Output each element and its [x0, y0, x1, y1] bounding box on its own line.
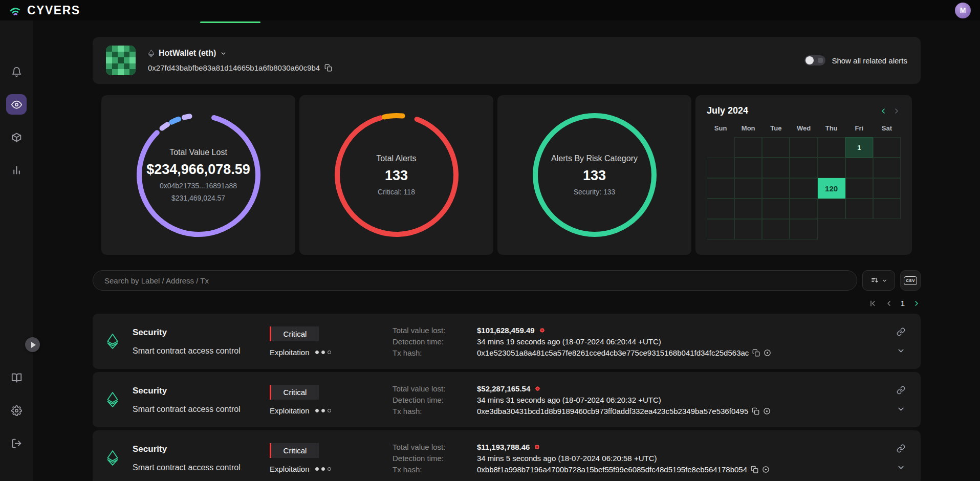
- sidebar: [0, 20, 33, 481]
- link-icon[interactable]: [897, 444, 905, 453]
- value-lost: $52,287,165.54: [477, 384, 530, 393]
- alert-category: Security: [133, 444, 270, 454]
- phase-progress-dots: [315, 467, 331, 471]
- tx-hash: 0xbb8f1a998b7196a4700b728a15bef55f99e608…: [477, 465, 747, 474]
- stat-card-total-value-lost: Total Value Lost $234,966,078.59 0x04b21…: [101, 95, 295, 255]
- sidebar-item-monitoring[interactable]: [6, 94, 27, 115]
- copy-icon[interactable]: [751, 466, 758, 473]
- calendar-cell: [762, 199, 790, 219]
- calendar-cell: [845, 219, 873, 239]
- calendar-cell: [734, 219, 762, 239]
- copy-icon[interactable]: [752, 349, 760, 357]
- pagination: 1: [93, 299, 921, 308]
- wallet-name-row[interactable]: HotWallet (eth): [148, 49, 332, 58]
- alert-subcategory: Smart contract access control: [133, 405, 270, 414]
- show-related-alerts-toggle[interactable]: [804, 55, 825, 65]
- weekday-label: Tue: [762, 124, 790, 132]
- wallet-name: HotWallet (eth): [159, 49, 216, 58]
- detection-time: 34 mins 19 seconds ago (18-07-2024 06:20…: [477, 337, 661, 346]
- calendar-cell: [818, 137, 845, 158]
- help-play-button[interactable]: [25, 337, 40, 352]
- calendar-cell: [762, 158, 790, 178]
- calendar-cell: [845, 158, 873, 178]
- expand-chevron-icon[interactable]: [897, 463, 905, 472]
- next-page-icon[interactable]: [912, 299, 921, 308]
- critical-alert-icon: [534, 385, 541, 392]
- stat-card-risk-category: Alerts By Risk Category 133 Security: 13…: [497, 95, 691, 255]
- alert-category: Security: [133, 386, 270, 396]
- sort-icon: [870, 276, 879, 285]
- sidebar-item-settings[interactable]: [6, 400, 27, 421]
- export-csv-button[interactable]: CSV: [900, 270, 921, 291]
- stat-title: Total Alerts: [376, 154, 416, 163]
- user-avatar[interactable]: M: [955, 3, 971, 18]
- expand-chevron-icon[interactable]: [897, 346, 905, 355]
- eth-icon: [106, 334, 119, 349]
- calendar-cell: [734, 178, 762, 199]
- tx-hash-label: Tx hash:: [393, 348, 477, 357]
- eth-icon: [106, 450, 119, 466]
- toggle-off-glyph: [818, 58, 823, 63]
- detection-time-label: Detection time:: [393, 454, 477, 463]
- expand-chevron-icon[interactable]: [897, 405, 905, 413]
- explorer-icon[interactable]: [763, 407, 771, 415]
- brand: CYVERS: [9, 4, 80, 17]
- chevron-down-icon: [882, 278, 887, 283]
- stat-value: 133: [583, 168, 606, 184]
- calendar-next-icon[interactable]: [892, 107, 901, 115]
- calendar-month-title: July 2024: [707, 105, 748, 116]
- severity-badge: Critical: [270, 443, 319, 458]
- link-icon[interactable]: [897, 386, 905, 395]
- value-lost-label: Total value lost:: [393, 443, 477, 451]
- current-page[interactable]: 1: [901, 299, 905, 308]
- explorer-icon[interactable]: [762, 466, 770, 473]
- copy-icon[interactable]: [324, 64, 332, 72]
- calendar-grid: 1 120: [707, 137, 901, 239]
- package-icon: [11, 132, 22, 143]
- phase-progress-dots: [315, 351, 331, 354]
- calendar-prev-icon[interactable]: [879, 107, 887, 115]
- book-icon: [11, 373, 22, 383]
- chevron-down-icon[interactable]: [220, 50, 227, 57]
- alert-row[interactable]: Security Smart contract access control C…: [93, 372, 921, 427]
- calendar-cell: [790, 178, 817, 199]
- stat-sub: Critical: 118: [378, 188, 415, 196]
- sidebar-item-packages[interactable]: [6, 127, 27, 147]
- first-page-icon[interactable]: [869, 299, 877, 308]
- value-lost: $101,628,459.49: [477, 326, 535, 335]
- calendar-cell: [707, 199, 734, 219]
- value-lost: $11,193,788.46: [477, 443, 530, 451]
- prev-page-icon[interactable]: [885, 299, 893, 308]
- critical-alert-icon: [533, 443, 541, 451]
- stat-title: Total Value Lost: [169, 148, 227, 157]
- brand-name: CYVERS: [27, 4, 80, 17]
- toggle-knob: [805, 56, 814, 64]
- eye-icon: [11, 99, 22, 110]
- detection-time-label: Detection time:: [393, 337, 477, 346]
- top-bar: CYVERS M: [0, 0, 980, 20]
- weekday-label: Fri: [845, 124, 873, 132]
- link-icon[interactable]: [897, 327, 905, 336]
- weekday-label: Sun: [707, 124, 734, 132]
- calendar-cell: [790, 199, 817, 219]
- gear-icon: [11, 405, 22, 416]
- detection-time: 34 mins 31 seconds ago (18-07-2024 06:20…: [477, 396, 661, 404]
- search-input[interactable]: [93, 270, 857, 291]
- calendar-event-cell[interactable]: 1: [845, 137, 873, 158]
- sidebar-item-notifications[interactable]: [6, 61, 27, 82]
- bell-icon: [11, 67, 22, 77]
- detection-time-label: Detection time:: [393, 396, 477, 404]
- alert-row[interactable]: Security Smart contract access control C…: [93, 314, 921, 369]
- weekday-label: Thu: [818, 124, 845, 132]
- sidebar-item-docs[interactable]: [6, 367, 27, 388]
- calendar-cell: [818, 199, 845, 219]
- sidebar-item-logout[interactable]: [6, 433, 27, 453]
- alert-row[interactable]: Security Smart contract access control C…: [93, 430, 921, 481]
- explorer-icon[interactable]: [764, 349, 771, 357]
- copy-icon[interactable]: [752, 407, 759, 415]
- value-lost-label: Total value lost:: [393, 384, 477, 393]
- sort-button[interactable]: [862, 270, 895, 291]
- calendar-cell: [845, 199, 873, 219]
- sidebar-item-analytics[interactable]: [6, 160, 27, 180]
- calendar-event-cell[interactable]: 120: [818, 178, 845, 199]
